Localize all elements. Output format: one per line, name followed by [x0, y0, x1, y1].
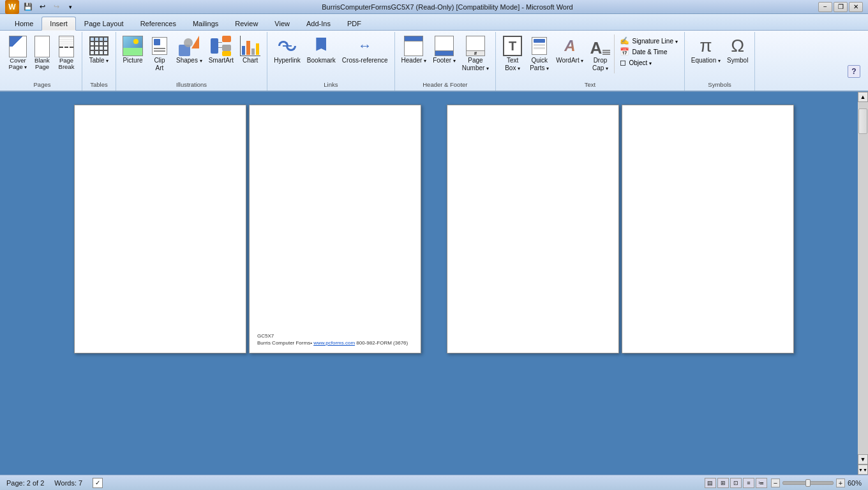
second-spread	[434, 105, 794, 353]
scroll-bottom-button[interactable]: ▼▼	[858, 464, 868, 475]
ribbon-group-pages: CoverPage ▾ BlankPage PageBreak Pages	[3, 32, 82, 91]
scroll-thumb[interactable]	[858, 108, 867, 134]
window-title: BurrisComputerFormsGC5X7 (Read-Only) [Co…	[77, 3, 818, 11]
tables-group-label: Tables	[90, 80, 107, 89]
pages-group-items: CoverPage ▾ BlankPage PageBreak	[6, 33, 78, 80]
bookmark-icon	[311, 36, 331, 56]
symbol-button[interactable]: Ω Symbol	[724, 34, 751, 66]
bookmark-label: Bookmark	[307, 57, 336, 64]
ribbon-group-symbols: π Equation ▾ Ω Symbol Symbols	[685, 32, 756, 91]
office-logo: W	[5, 0, 19, 14]
date-time-icon: 📅	[620, 47, 629, 56]
redo-button[interactable]: ↪	[50, 1, 63, 13]
page-break-label: PageBreak	[59, 57, 75, 71]
tab-view[interactable]: View	[266, 17, 298, 30]
qa-dropdown[interactable]: ▾	[64, 1, 77, 13]
quick-parts-button[interactable]: QuickParts ▾	[527, 34, 552, 73]
footer-button[interactable]: Footer ▾	[430, 34, 458, 66]
hyperlink-icon	[277, 36, 297, 56]
text-box-button[interactable]: T TextBox ▾	[500, 34, 525, 73]
page-number-button[interactable]: # PageNumber ▾	[460, 34, 491, 73]
wordart-icon: A	[560, 36, 580, 56]
smartart-icon	[211, 36, 231, 56]
blank-page-button[interactable]: BlankPage	[31, 34, 54, 72]
doc-page-4	[622, 105, 794, 353]
smartart-button[interactable]: SmartArt	[206, 34, 236, 66]
pages-group-label: Pages	[34, 80, 51, 89]
equation-button[interactable]: π Equation ▾	[689, 34, 723, 66]
clip-art-label: ClipArt	[154, 57, 165, 72]
table-button[interactable]: Table ▾	[86, 34, 112, 66]
cross-reference-label: Cross-reference	[342, 57, 388, 64]
wordart-label: WordArt ▾	[556, 57, 583, 64]
text-group-label: Text	[585, 80, 595, 89]
scroll-up-button[interactable]: ▲	[858, 92, 868, 102]
hyperlink-button[interactable]: Hyperlink	[271, 34, 303, 66]
picture-icon	[123, 36, 143, 56]
cross-reference-button[interactable]: ↔ Cross-reference	[340, 34, 391, 66]
date-time-label: Date & Time	[632, 48, 667, 56]
minimize-button[interactable]: −	[818, 2, 832, 12]
object-icon: ◻	[620, 58, 626, 67]
signature-line-button[interactable]: ✍ Signature Line ▾	[617, 36, 680, 46]
tab-review[interactable]: Review	[227, 17, 266, 30]
illustrations-group-label: Illustrations	[176, 80, 207, 89]
object-label: Object ▾	[629, 59, 652, 66]
picture-button[interactable]: Picture	[120, 34, 146, 66]
tab-insert[interactable]: Insert	[41, 17, 76, 31]
help-button[interactable]: ?	[848, 65, 860, 78]
footer-phone: 800-982-FORM (3676)	[356, 340, 408, 346]
doc-page-2: GC5X7 Burris Computer Forms• www.pcforms…	[249, 105, 421, 353]
equation-icon: π	[696, 36, 716, 56]
ribbon: CoverPage ▾ BlankPage PageBreak Pages	[0, 31, 868, 92]
tab-mailings[interactable]: Mailings	[184, 17, 227, 30]
header-icon	[403, 36, 424, 56]
picture-label: Picture	[123, 57, 142, 64]
cover-page-button[interactable]: CoverPage ▾	[6, 34, 29, 72]
tab-page-layout[interactable]: Page Layout	[76, 17, 132, 30]
tab-references[interactable]: References	[132, 17, 184, 30]
footer-line-1: GC5X7	[257, 332, 408, 339]
undo-button[interactable]: ↩	[36, 1, 49, 13]
chart-icon	[240, 36, 260, 56]
chart-button[interactable]: Chart	[237, 34, 263, 66]
title-bar: W 💾 ↩ ↪ ▾ BurrisComputerFormsGC5X7 (Read…	[0, 0, 868, 14]
table-label: Table ▾	[89, 57, 109, 64]
ribbon-tabs: Home Insert Page Layout References Maili…	[0, 14, 868, 31]
shapes-icon	[179, 36, 199, 56]
footer-label: Footer ▾	[433, 57, 456, 64]
first-spread: GC5X7 Burris Computer Forms• www.pcforms…	[74, 105, 421, 353]
footer-brand: Burris Computer Forms•	[257, 340, 312, 346]
tab-add-ins[interactable]: Add-Ins	[298, 17, 339, 30]
tab-pdf[interactable]: PDF	[339, 17, 370, 30]
scroll-down-button[interactable]: ▼	[858, 454, 868, 464]
equation-label: Equation ▾	[691, 57, 721, 64]
ribbon-group-text: T TextBox ▾ QuickParts	[496, 32, 685, 91]
scrollbar: ▲ ▼ ▼▼	[858, 92, 868, 475]
close-button[interactable]: ✕	[849, 2, 863, 12]
save-qa-button[interactable]: 💾	[22, 1, 34, 13]
wordart-button[interactable]: A WordArt ▾	[553, 34, 586, 73]
page-break-button[interactable]: PageBreak	[55, 34, 78, 72]
bookmark-button[interactable]: Bookmark	[304, 34, 338, 66]
drop-cap-button[interactable]: A DropCap ▾	[587, 34, 613, 73]
restore-button[interactable]: ❐	[834, 2, 848, 12]
header-button[interactable]: Header ▾	[399, 34, 430, 66]
smartart-label: SmartArt	[209, 57, 234, 64]
window-controls: − ❐ ✕	[818, 2, 863, 12]
date-time-button[interactable]: 📅 Date & Time	[617, 47, 680, 57]
symbols-group-label: Symbols	[708, 80, 731, 89]
cross-reference-icon: ↔	[355, 36, 375, 56]
title-bar-left: W 💾 ↩ ↪ ▾	[5, 0, 77, 14]
footer-link[interactable]: www.pcforms.com	[313, 340, 355, 346]
links-group-items: Hyperlink Bookmark ↔ Cross-reference	[271, 33, 390, 80]
tab-home[interactable]: Home	[6, 17, 41, 30]
symbols-group-items: π Equation ▾ Ω Symbol	[689, 33, 751, 80]
quick-parts-label: QuickParts ▾	[530, 57, 549, 72]
shapes-button[interactable]: Shapes ▾	[174, 34, 205, 66]
quick-access: 💾 ↩ ↪ ▾	[22, 1, 77, 13]
object-button[interactable]: ◻ Object ▾	[617, 57, 680, 68]
table-icon	[89, 36, 109, 56]
header-footer-group-label: Header & Footer	[423, 80, 467, 89]
clip-art-button[interactable]: ClipArt	[147, 34, 172, 73]
